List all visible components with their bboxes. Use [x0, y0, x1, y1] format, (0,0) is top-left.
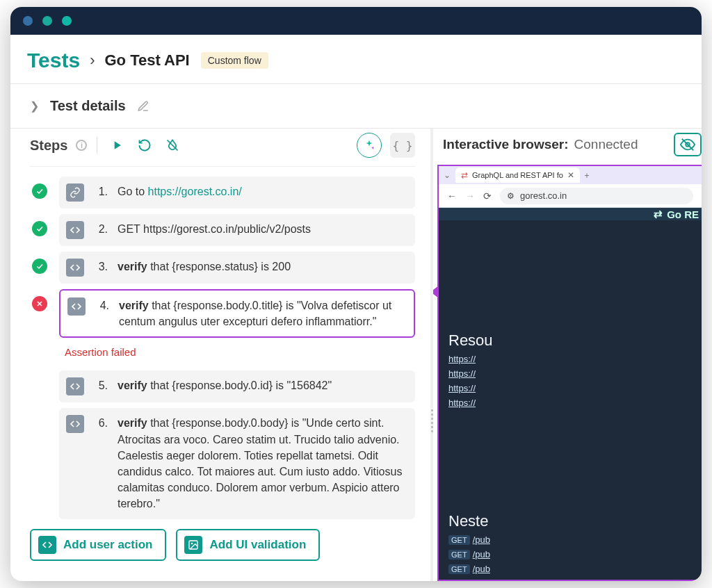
- browser-status: Connected: [574, 137, 638, 152]
- browser-tabstrip: ⌄ ⇄ GraphQL and REST API fo ✕ ＋: [439, 166, 702, 184]
- code-braces-button[interactable]: { }: [390, 133, 415, 158]
- embedded-browser: ⌄ ⇄ GraphQL and REST API fo ✕ ＋ ← → ⟳ ⚙ …: [437, 165, 702, 581]
- assertion-failed-label: Assertion failed: [65, 343, 415, 365]
- back-icon[interactable]: ←: [447, 190, 457, 202]
- titlebar: [10, 7, 702, 35]
- address-text: gorest.co.in: [520, 190, 567, 201]
- step-card-selected[interactable]: 4. verify that {response.body.0.title} i…: [59, 289, 415, 338]
- step-card[interactable]: 6. verify that {response.body.0.body} is…: [59, 408, 415, 518]
- resource-link[interactable]: https://: [448, 383, 702, 393]
- code-icon: [66, 415, 84, 433]
- endpoint-row: GET/pub: [448, 549, 702, 560]
- info-icon[interactable]: i: [76, 140, 87, 151]
- tab-title: GraphQL and REST API fo: [472, 171, 563, 179]
- nested-heading: Neste: [448, 512, 702, 530]
- endpoint-row: GET/pub: [448, 534, 702, 545]
- step-card[interactable]: 5. verify that {response.body.0.id} is "…: [59, 370, 415, 402]
- code-icon: [66, 259, 84, 277]
- status-success-icon: [32, 183, 47, 199]
- separator: [97, 137, 97, 154]
- breadcrumb: Tests › Go Test API Custom flow: [10, 35, 702, 83]
- split-handle[interactable]: [428, 129, 437, 581]
- status-fail-icon: [32, 296, 47, 311]
- code-icon: [66, 221, 84, 239]
- status-success-icon: [32, 259, 47, 274]
- breadcrumb-root[interactable]: Tests: [27, 49, 80, 72]
- reload-icon[interactable]: ⟳: [483, 190, 492, 202]
- step-number: 6.: [94, 415, 108, 431]
- grip-icon: [428, 409, 436, 432]
- svg-point-4: [191, 542, 193, 544]
- site-content: ⇄ Go RE Resou https:// https:// https://…: [439, 208, 702, 580]
- step-text: verify that {response.body.0.title} is "…: [119, 297, 404, 329]
- forward-icon[interactable]: →: [465, 190, 475, 202]
- play-button[interactable]: [107, 136, 127, 155]
- step-text: verify that {response.status} is 200: [118, 259, 405, 275]
- steps-panel: Steps i { }: [10, 129, 428, 581]
- visibility-toggle-button[interactable]: [674, 133, 702, 156]
- step-number: 4.: [95, 297, 109, 313]
- tab-dropdown-icon[interactable]: ⌄: [439, 170, 455, 180]
- new-tab-button[interactable]: ＋: [580, 170, 594, 181]
- step-row: 5. verify that {response.body.0.id} is "…: [30, 370, 415, 402]
- steps-label: Steps: [30, 138, 67, 154]
- window-dot-1[interactable]: [23, 16, 33, 26]
- swap-icon: ⇄: [654, 208, 663, 220]
- ai-sparkle-button[interactable]: [357, 133, 382, 158]
- button-label: Add user action: [63, 538, 152, 552]
- button-label: Add UI validation: [209, 538, 306, 552]
- step-number: 5.: [94, 377, 108, 393]
- resource-link[interactable]: https://: [448, 354, 702, 364]
- step-row: 4. verify that {response.body.0.title} i…: [30, 289, 415, 338]
- close-tab-icon[interactable]: ✕: [567, 170, 574, 180]
- browser-panel-label: Interactive browser:: [443, 137, 569, 152]
- steps-toolbar: Steps i { }: [30, 129, 415, 167]
- restart-button[interactable]: [135, 136, 154, 155]
- site-settings-icon[interactable]: ⚙: [507, 191, 515, 201]
- step-text: GET https://gorest.co.in/public/v2/posts: [118, 221, 405, 237]
- step-number: 1.: [94, 183, 108, 199]
- droplet-off-icon[interactable]: [163, 136, 182, 155]
- image-icon: [184, 536, 202, 554]
- browser-panel: Interactive browser: Connected ⌄ ⇄ Graph…: [437, 129, 702, 581]
- test-details-header[interactable]: ❯ Test details: [10, 84, 702, 128]
- favicon-icon: ⇄: [461, 170, 468, 180]
- link-icon: [66, 183, 84, 202]
- resource-link[interactable]: https://: [448, 368, 702, 379]
- address-bar[interactable]: ⚙ gorest.co.in: [500, 188, 693, 204]
- status-success-icon: [32, 221, 47, 236]
- step-card[interactable]: 3. verify that {response.status} is 200: [59, 252, 415, 284]
- section-title: Test details: [50, 98, 126, 114]
- add-ui-validation-button[interactable]: Add UI validation: [176, 529, 320, 561]
- resources-heading: Resou: [448, 332, 702, 350]
- step-number: 3.: [94, 259, 108, 275]
- pencil-icon[interactable]: [137, 100, 149, 113]
- step-row: 2. GET https://gorest.co.in/public/v2/po…: [30, 214, 415, 246]
- code-icon: [66, 377, 84, 395]
- step-row: 3. verify that {response.status} is 200: [30, 252, 415, 284]
- window-dot-2[interactable]: [42, 16, 52, 26]
- chevron-right-icon: ❯: [30, 99, 39, 113]
- step-row: 1. Go to https://gorest.co.in/: [30, 177, 415, 209]
- step-card[interactable]: 2. GET https://gorest.co.in/public/v2/po…: [59, 214, 415, 246]
- code-icon: [38, 536, 56, 554]
- window-dot-3[interactable]: [62, 16, 72, 26]
- browser-toolbar: ← → ⟳ ⚙ gorest.co.in: [439, 184, 702, 208]
- step-number: 2.: [94, 221, 108, 237]
- breadcrumb-current: Go Test API: [104, 51, 189, 70]
- browser-panel-header: Interactive browser: Connected: [437, 129, 702, 165]
- step-actions: Add user action Add UI validation: [30, 519, 415, 561]
- app-window: Tests › Go Test API Custom flow ❯ Test d…: [10, 7, 702, 581]
- endpoint-row: GET/pub: [448, 564, 702, 574]
- code-icon: [67, 297, 86, 316]
- url-link[interactable]: https://gorest.co.in/: [148, 186, 242, 197]
- browser-tab[interactable]: ⇄ GraphQL and REST API fo ✕: [455, 168, 580, 183]
- step-card[interactable]: 1. Go to https://gorest.co.in/: [59, 177, 415, 209]
- step-text: verify that {response.body.0.body} is "U…: [118, 415, 405, 512]
- steps-list: 1. Go to https://gorest.co.in/: [30, 167, 415, 519]
- split-pane: Steps i { }: [10, 129, 702, 581]
- add-user-action-button[interactable]: Add user action: [30, 529, 166, 561]
- step-text: Go to https://gorest.co.in/: [118, 183, 405, 199]
- step-row: 6. verify that {response.body.0.body} is…: [30, 408, 415, 518]
- resource-link[interactable]: https://: [448, 398, 702, 408]
